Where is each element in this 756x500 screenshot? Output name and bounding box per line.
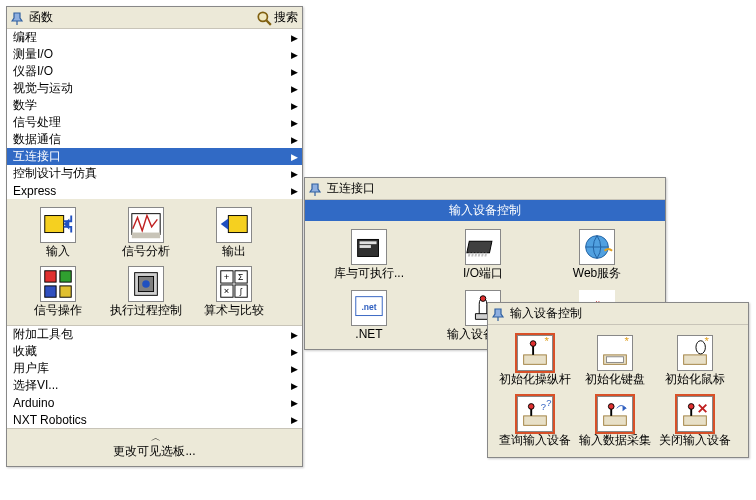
palette-item[interactable]: 执行过程控制 [103, 264, 189, 319]
svg-rect-2 [45, 216, 64, 233]
chevrons-up-icon[interactable]: ︿ [151, 433, 159, 443]
submenu-arrow-icon: ▶ [291, 186, 298, 196]
menu-item[interactable]: 仪器I/O▶ [7, 63, 302, 80]
svg-rect-10 [45, 286, 56, 297]
svg-text:*: * [624, 336, 629, 347]
menu-item[interactable]: Express▶ [7, 182, 302, 199]
palette-item[interactable]: 输入数据采集 [576, 394, 654, 449]
submenu-arrow-icon: ▶ [291, 381, 298, 391]
palette-item[interactable]: 输出 [191, 205, 277, 260]
palette-item[interactable]: *初始化鼠标 [656, 333, 734, 388]
palette-item[interactable]: 库与可执行... [313, 227, 425, 282]
svg-rect-30 [478, 253, 481, 257]
svg-point-51 [528, 404, 534, 410]
palette-item-icon [677, 396, 713, 432]
svg-rect-39 [524, 355, 547, 364]
palette-header: 输入设备控制 [488, 303, 748, 325]
palette-item[interactable]: .net.NET [313, 288, 425, 343]
menu-item[interactable]: 附加工具包▶ [7, 326, 302, 343]
search-label: 搜索 [274, 9, 298, 26]
palette-item[interactable]: 信号操作 [15, 264, 101, 319]
palette-item-icon [216, 207, 252, 243]
svg-text:?: ? [546, 398, 551, 409]
palette-item-icon [40, 266, 76, 302]
menu-item[interactable]: 测量I/O▶ [7, 46, 302, 63]
selected-subcategory-bar: 输入设备控制 [305, 200, 665, 221]
svg-text:.net: .net [361, 302, 376, 312]
menu-item[interactable]: NXT Robotics▶ [7, 411, 302, 428]
menu-item[interactable]: Arduino▶ [7, 394, 302, 411]
menu-item[interactable]: 编程▶ [7, 29, 302, 46]
palette-item[interactable]: I/O端口 [427, 227, 539, 282]
submenu-arrow-icon: ▶ [291, 50, 298, 60]
svg-rect-24 [360, 241, 377, 244]
svg-point-56 [608, 404, 614, 410]
palette-item-icon: ?? [517, 396, 553, 432]
pin-icon[interactable] [309, 182, 323, 196]
palette-item-icon: * [677, 335, 713, 371]
palette-item-label: I/O端口 [463, 267, 503, 280]
menu-item[interactable]: 数学▶ [7, 97, 302, 114]
change-visible-palettes-link[interactable]: 更改可见选板... [113, 443, 195, 460]
svg-rect-31 [481, 253, 484, 257]
search-button[interactable]: 搜索 [256, 9, 298, 27]
svg-point-60 [688, 404, 694, 410]
svg-rect-44 [607, 357, 624, 363]
palette-item-icon: * [517, 335, 553, 371]
pin-icon[interactable] [11, 11, 25, 25]
submenu-arrow-icon: ▶ [291, 101, 298, 111]
palette-item[interactable]: Web服务 [541, 227, 653, 282]
palette-header: 函数 搜索 [7, 7, 302, 29]
submenu-arrow-icon: ▶ [291, 152, 298, 162]
submenu-arrow-icon: ▶ [291, 135, 298, 145]
palette-item[interactable]: 关闭输入设备 [656, 394, 734, 449]
submenu-arrow-icon: ▶ [291, 364, 298, 374]
menu-item[interactable]: 收藏▶ [7, 343, 302, 360]
menu-item-label: 编程 [13, 29, 37, 46]
palette-item[interactable]: +Σ×∫算术与比较 [191, 264, 277, 319]
svg-rect-26 [467, 241, 492, 252]
palette-item-label: 输入数据采集 [579, 434, 651, 447]
svg-marker-7 [221, 218, 229, 229]
menu-item-label: 测量I/O [13, 46, 53, 63]
submenu-arrow-icon: ▶ [291, 84, 298, 94]
menu-item[interactable]: 视觉与运动▶ [7, 80, 302, 97]
palette-item-label: 输入 [46, 245, 70, 258]
menu-item[interactable]: 选择VI...▶ [7, 377, 302, 394]
pin-icon[interactable] [492, 307, 506, 321]
palette-item[interactable]: *初始化键盘 [576, 333, 654, 388]
palette-item[interactable]: 信号分析 [103, 205, 189, 260]
menu-item-label: NXT Robotics [13, 413, 87, 427]
submenu-arrow-icon: ▶ [291, 415, 298, 425]
palette-item-icon: +Σ×∫ [216, 266, 252, 302]
svg-rect-46 [684, 355, 707, 364]
palette-item[interactable]: ??查询输入设备 [496, 394, 574, 449]
palette-footer: ︿ 更改可见选板... [7, 428, 302, 466]
express-icon-grid: 输入信号分析输出信号操作执行过程控制+Σ×∫算术与比较 [7, 199, 302, 325]
input-device-control-palette: 输入设备控制 *初始化操纵杆*初始化键盘*初始化鼠标??查询输入设备输入数据采集… [487, 302, 749, 458]
svg-rect-58 [684, 416, 707, 425]
menu-item-label: 信号处理 [13, 114, 61, 131]
svg-text:+: + [224, 271, 230, 282]
svg-rect-49 [524, 416, 547, 425]
menu-item-label: Arduino [13, 396, 54, 410]
palette-item-label: 信号操作 [34, 304, 82, 317]
menu-item-label: 收藏 [13, 343, 37, 360]
search-icon [256, 10, 272, 26]
palette-item-icon [128, 207, 164, 243]
menu-item-label: 附加工具包 [13, 326, 73, 343]
menu-item[interactable]: 信号处理▶ [7, 114, 302, 131]
palette-item-label: 初始化操纵杆 [499, 373, 571, 386]
svg-rect-6 [228, 216, 247, 233]
menu-item[interactable]: 互连接口▶ [7, 148, 302, 165]
palette-item-label: 执行过程控制 [110, 304, 182, 317]
menu-item-label: 互连接口 [13, 148, 61, 165]
menu-item[interactable]: 控制设计与仿真▶ [7, 165, 302, 182]
palette-item-icon [465, 229, 501, 265]
menu-item[interactable]: 数据通信▶ [7, 131, 302, 148]
palette-title: 互连接口 [327, 180, 375, 197]
menu-item[interactable]: 用户库▶ [7, 360, 302, 377]
svg-text:×: × [224, 286, 230, 297]
palette-item[interactable]: 输入 [15, 205, 101, 260]
palette-item[interactable]: *初始化操纵杆 [496, 333, 574, 388]
